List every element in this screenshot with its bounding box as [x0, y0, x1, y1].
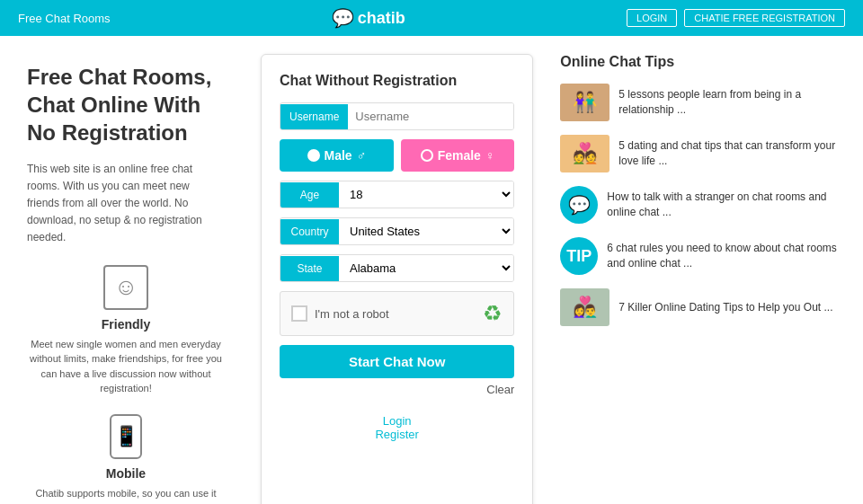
- main-content: Free Chat Rooms, Chat Online With No Reg…: [0, 36, 863, 504]
- left-column: Free Chat Rooms, Chat Online With No Reg…: [9, 54, 243, 504]
- tip-text-2: 5 dating and chat tips that can transfor…: [618, 138, 845, 169]
- logo: 💬 chatib: [332, 7, 405, 29]
- tip-link-5[interactable]: 7 Killer Online Dating Tips to Help you …: [618, 301, 832, 314]
- tip-link-1[interactable]: 5 lessons people learn from being in a r…: [618, 88, 801, 116]
- nav-left: Free Chat Rooms: [18, 11, 111, 25]
- form-title: Chat Without Registration: [280, 73, 514, 89]
- tip-link-3[interactable]: How to talk with a stranger on chat room…: [607, 190, 826, 218]
- tip-text-5: 7 Killer Online Dating Tips to Help you …: [618, 300, 832, 315]
- login-button[interactable]: LOGIN: [627, 9, 677, 27]
- username-input[interactable]: [348, 103, 513, 129]
- button-row: Start Chat Now Clear: [280, 345, 514, 405]
- female-label: Female: [438, 148, 481, 163]
- username-group: Username: [280, 102, 514, 130]
- username-input-wrapper: Username: [280, 102, 514, 130]
- country-label: Country: [280, 219, 339, 244]
- chat-bubble-icon: 💬: [332, 7, 354, 29]
- captcha-label: I'm not a robot: [315, 307, 389, 321]
- female-radio: [421, 149, 433, 162]
- tip-text-4: 6 chat rules you need to know about chat…: [607, 241, 845, 271]
- tip-text-3: How to talk with a stranger on chat room…: [607, 190, 845, 220]
- chat-form-panel: Chat Without Registration Username Male …: [261, 54, 533, 504]
- captcha-left: I'm not a robot: [291, 305, 389, 322]
- female-icon: ♀: [485, 148, 495, 163]
- tip-item-5: 👩‍❤️‍👨 7 Killer Online Dating Tips to He…: [560, 288, 845, 326]
- feature-friendly-desc: Meet new single women and men everyday w…: [27, 337, 225, 396]
- male-radio: [307, 149, 320, 162]
- tip-thumb-4: TIP: [560, 237, 598, 275]
- free-chat-rooms-link[interactable]: Free Chat Rooms: [18, 12, 111, 25]
- male-label: Male: [325, 148, 352, 163]
- female-button[interactable]: Female ♀: [401, 139, 515, 172]
- state-label: State: [280, 256, 339, 281]
- captcha-checkbox[interactable]: [291, 305, 307, 322]
- tip-thumb-2: 💑: [560, 135, 609, 172]
- tip-text-1: 5 lessons people learn from being in a r…: [618, 87, 845, 118]
- page-heading: Free Chat Rooms, Chat Online With No Reg…: [27, 63, 225, 147]
- nav-right: LOGIN CHATIE FREE REGISTRATION: [627, 9, 845, 27]
- tip-link-2[interactable]: 5 dating and chat tips that can transfor…: [618, 139, 835, 167]
- state-input-wrapper: State Alabama: [280, 254, 514, 282]
- feature-friendly-title: Friendly: [27, 317, 225, 332]
- country-select[interactable]: United States: [339, 218, 513, 244]
- register-link[interactable]: Register: [280, 428, 514, 441]
- friendly-icon: ☺: [103, 265, 148, 310]
- tip-item-3: 💬 How to talk with a stranger on chat ro…: [560, 186, 845, 224]
- tip-thumb-5: 👩‍❤️‍👨: [560, 288, 609, 326]
- feature-mobile: 📱 Mobile Chatib supports mobile, so you …: [27, 414, 225, 505]
- login-link[interactable]: Login: [280, 414, 514, 428]
- intro-description: This web site is an online free chat roo…: [27, 161, 225, 247]
- mobile-icon: 📱: [110, 414, 142, 459]
- country-input-wrapper: Country United States: [280, 217, 514, 245]
- tip-item-4: TIP 6 chat rules you need to know about …: [560, 237, 845, 275]
- gender-selector: Male ♂ Female ♀: [280, 139, 514, 172]
- state-group: State Alabama: [280, 254, 514, 282]
- recaptcha-logo: ♻: [483, 301, 503, 326]
- register-button[interactable]: CHATIE FREE REGISTRATION: [684, 9, 845, 27]
- form-links: Login Register: [280, 414, 514, 441]
- start-chat-button[interactable]: Start Chat Now: [280, 345, 514, 378]
- tips-title: Online Chat Tips: [560, 54, 845, 70]
- age-group: Age 18: [280, 181, 514, 208]
- tip-thumb-3: 💬: [560, 186, 598, 224]
- tip-item-1: 👫 5 lessons people learn from being in a…: [560, 84, 845, 121]
- clear-button[interactable]: Clear: [486, 383, 514, 396]
- tip-item-2: 💑 5 dating and chat tips that can transf…: [560, 135, 845, 172]
- feature-friendly: ☺ Friendly Meet new single women and men…: [27, 265, 225, 396]
- male-icon: ♂: [357, 148, 367, 163]
- age-select[interactable]: 18: [339, 181, 513, 208]
- country-group: Country United States: [280, 217, 514, 245]
- captcha-widget[interactable]: I'm not a robot ♻: [280, 291, 514, 336]
- tip-link-4[interactable]: 6 chat rules you need to know about chat…: [607, 242, 837, 270]
- feature-mobile-title: Mobile: [27, 466, 225, 481]
- state-select[interactable]: Alabama: [339, 255, 513, 281]
- tip-thumb-1: 👫: [560, 84, 609, 121]
- header: Free Chat Rooms 💬 chatib LOGIN CHATIE FR…: [0, 0, 863, 36]
- tips-column: Online Chat Tips 👫 5 lessons people lear…: [551, 54, 854, 504]
- feature-mobile-desc: Chatib supports mobile, so you can use i…: [27, 486, 225, 505]
- age-input-wrapper: Age 18: [280, 181, 514, 208]
- username-label: Username: [280, 104, 348, 129]
- logo-text: chatib: [358, 9, 405, 28]
- age-label: Age: [280, 182, 339, 208]
- male-button[interactable]: Male ♂: [280, 139, 394, 172]
